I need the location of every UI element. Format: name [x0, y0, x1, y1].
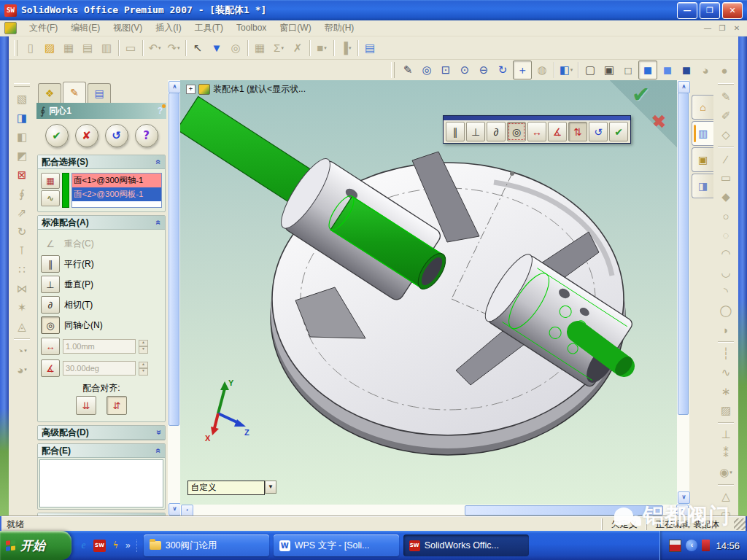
simulation-icon[interactable]: ◔▾: [13, 342, 31, 359]
mate-row-parallel[interactable]: ∥ 平行(R): [41, 254, 162, 274]
no-external-references-icon[interactable]: ⊠: [13, 166, 31, 184]
line-icon[interactable]: ∕: [717, 150, 735, 168]
pan-icon[interactable]: ＋: [513, 61, 532, 79]
tangent-arc-icon[interactable]: ◡: [717, 264, 735, 281]
shaded-icon[interactable]: ◼: [659, 61, 676, 79]
menu-帮助H[interactable]: 帮助(H): [318, 21, 361, 34]
mate-selections-header[interactable]: 配合选择(S)«: [38, 155, 165, 169]
sketch-icon[interactable]: ✎: [717, 88, 735, 106]
3d-drawing-view-icon[interactable]: ◍: [533, 61, 551, 79]
dropdown-arrow-icon[interactable]: ▾: [349, 45, 352, 51]
tray-security-icon[interactable]: [702, 540, 710, 551]
ok-button[interactable]: ✔: [45, 124, 69, 147]
dropdown-arrow-icon[interactable]: ▾: [324, 45, 327, 51]
tray-update-icon[interactable]: ‹: [686, 540, 697, 551]
area-hatch-icon[interactable]: ▨: [717, 402, 735, 419]
zoom-in-out-icon[interactable]: ⊙: [456, 61, 473, 79]
undo-button[interactable]: ↺: [105, 124, 128, 147]
tree-expand-icon[interactable]: +: [186, 85, 196, 94]
add-relation-icon[interactable]: ⊥: [717, 426, 735, 443]
mate-row-perpendicular[interactable]: ⊥ 垂直(P): [41, 274, 162, 295]
mate-icon[interactable]: ∮: [13, 185, 31, 203]
task-pane-toggle-icon[interactable]: ▐▾: [337, 39, 355, 57]
selection-filter-toggle-icon[interactable]: ▼: [208, 39, 225, 57]
move-component-icon[interactable]: ⇗: [13, 204, 31, 222]
perimeter-circle-icon[interactable]: ◌: [717, 226, 735, 244]
mate-concentric-button[interactable]: ◎: [507, 122, 526, 141]
design-library-tab[interactable]: ▥: [692, 121, 713, 146]
property-manager-tab-icon[interactable]: ✎: [63, 82, 86, 103]
mate-row-concentric[interactable]: ◎ 同轴心(N): [41, 315, 162, 335]
redo-icon[interactable]: ↷▾: [165, 39, 182, 57]
distance-spinner[interactable]: ▲▼: [139, 340, 148, 354]
flip-mate-alignment-button[interactable]: ⇅: [568, 122, 587, 141]
mate-row-tangent[interactable]: ∂ 相切(T): [41, 295, 162, 315]
shaded-with-edges-icon[interactable]: ◼: [638, 61, 657, 79]
view-orientation-icon[interactable]: ✎: [399, 61, 417, 79]
dropdown-arrow-icon[interactable]: ▾: [177, 45, 180, 51]
mdi-minimize-button[interactable]: —: [702, 24, 713, 32]
dropdown-arrow-icon[interactable]: ▾: [24, 367, 27, 373]
open-document-icon[interactable]: ▨: [41, 39, 58, 57]
mate-angle-button[interactable]: ∡: [548, 122, 567, 141]
menu-Toolbox[interactable]: Toolbox: [230, 21, 273, 34]
tangent-icon[interactable]: ∂: [41, 296, 60, 314]
standard-mates-header[interactable]: 标准配合(A)«: [38, 216, 165, 230]
spline-icon[interactable]: ∿: [717, 364, 735, 381]
undo-icon[interactable]: ↶▾: [146, 39, 163, 57]
flash-launcher-icon[interactable]: ϟ: [109, 540, 122, 552]
exploded-view-icon[interactable]: ✶: [13, 299, 31, 316]
scroll-right-icon[interactable]: ›: [676, 505, 689, 517]
dropdown-arrow-icon[interactable]: ▾: [570, 67, 573, 73]
file-explorer-tab[interactable]: ▣: [692, 147, 713, 172]
solidworks-launcher-icon[interactable]: SW: [93, 540, 106, 552]
offset-entities-icon[interactable]: ◉▾: [717, 464, 735, 481]
3d-sketch-icon[interactable]: ✐: [717, 107, 735, 125]
print-icon[interactable]: ▭: [122, 39, 139, 57]
menu-视图V[interactable]: 视图(V): [107, 21, 149, 34]
start-button[interactable]: 开始: [0, 531, 71, 560]
angle-icon[interactable]: ∡: [41, 359, 60, 377]
internet-explorer-icon[interactable]: e: [77, 540, 90, 552]
parallel-icon[interactable]: ∥: [41, 255, 60, 273]
configuration-manager-tab-icon[interactable]: ▤: [88, 83, 111, 103]
display-relations-icon[interactable]: ⁑: [717, 445, 735, 462]
close-button[interactable]: ✕: [722, 2, 743, 19]
standard-views-icon[interactable]: ◧▾: [557, 61, 575, 79]
edit-component-icon[interactable]: ▧: [13, 90, 31, 108]
anti-aligned-button[interactable]: ⇵: [107, 396, 127, 415]
zoom-to-area-icon[interactable]: ⊡: [437, 61, 454, 79]
dropdown-arrow-icon[interactable]: ▾: [158, 45, 161, 51]
distance-icon[interactable]: ↔: [41, 338, 60, 355]
scroll-up-icon[interactable]: ∧: [169, 81, 181, 93]
magnified-selection-icon[interactable]: ◎: [227, 39, 244, 57]
folder-task[interactable]: 300阀门论用: [144, 534, 269, 556]
menu-文件F[interactable]: 文件(F): [23, 21, 64, 34]
aligned-button[interactable]: ⇊: [76, 396, 96, 415]
distance-input[interactable]: [63, 339, 136, 354]
resize-grip[interactable]: [734, 518, 746, 530]
rotate-component-icon[interactable]: ↻: [13, 223, 31, 241]
scrollbar-thumb[interactable]: [465, 505, 663, 516]
rotate-view-icon[interactable]: ↻: [494, 61, 511, 79]
viewport-vscrollbar[interactable]: ∧ ∨: [677, 80, 689, 505]
cancel-button[interactable]: ✘: [75, 124, 98, 147]
panel-scrollbar[interactable]: ∧ ∨: [168, 80, 180, 516]
scroll-up-icon[interactable]: ∧: [678, 81, 690, 93]
select-icon[interactable]: ↖: [189, 39, 206, 57]
wireframe-icon[interactable]: ▢: [581, 61, 599, 79]
mates-list[interactable]: [39, 459, 163, 508]
solidworks-office-icon[interactable]: ■▾: [313, 39, 330, 57]
mate-distance-button[interactable]: ↔: [527, 122, 546, 141]
menu-窗口W[interactable]: 窗口(W): [273, 21, 317, 34]
zoom-to-fit-icon[interactable]: ◎: [418, 61, 436, 79]
dropdown-arrow-icon[interactable]: ▾: [24, 348, 27, 354]
mate-selection-list[interactable]: 面<1>@300阀轴-1面<2>@300阀板-1: [71, 173, 162, 208]
multiple-mate-mode-icon[interactable]: ▦: [41, 173, 60, 189]
scrollbar-thumb[interactable]: [678, 93, 689, 415]
save-icon[interactable]: ▦: [60, 39, 77, 57]
smart-dimension-icon[interactable]: ◇: [717, 126, 735, 144]
sketch-grid-icon[interactable]: ▦: [251, 39, 268, 57]
viewport-hscrollbar[interactable]: ‹ ›: [180, 505, 689, 516]
scroll-down-icon[interactable]: ∨: [678, 491, 690, 504]
